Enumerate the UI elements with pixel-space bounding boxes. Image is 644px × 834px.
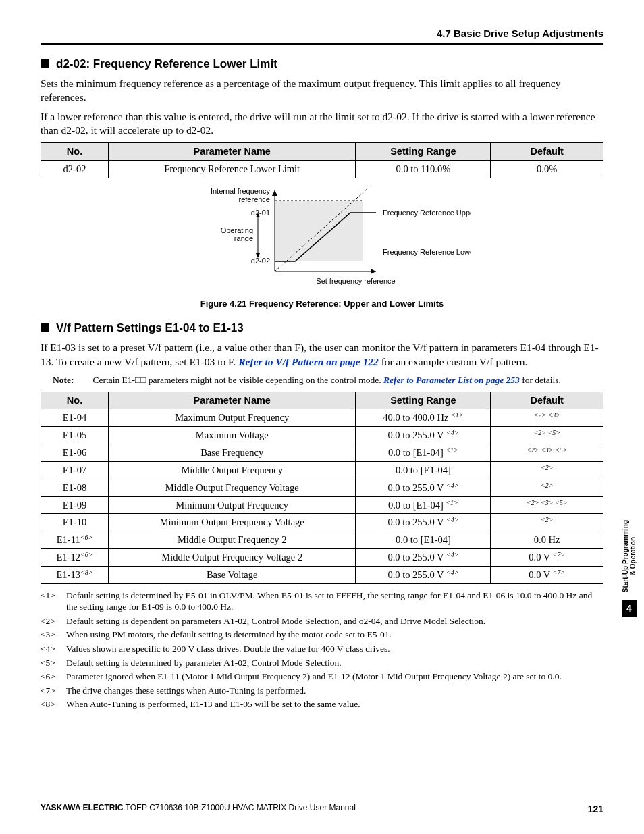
cell-def: 0.0% <box>491 161 603 178</box>
svg-text:Set frequency reference: Set frequency reference <box>316 277 395 285</box>
cell-no: d2-02 <box>41 161 109 178</box>
table-d2-02: No. Parameter Name Setting Range Default… <box>41 142 603 178</box>
cell-name: Frequency Reference Lower Limit <box>108 161 356 178</box>
fn-1: Default setting is determined by E5-01 i… <box>66 590 603 613</box>
table-row: E1-05Maximum Voltage0.0 to 255.0 V <4> <… <box>41 427 603 444</box>
side-tab-number: 4 <box>622 600 637 617</box>
table-row: E1-10Minimum Output Frequency Voltage0.0… <box>41 514 603 531</box>
table-row: E1-07Middle Output Frequency0.0 to [E1-0… <box>41 461 603 479</box>
table-row: E1-04Maximum Output Frequency40.0 to 400… <box>41 409 603 427</box>
th-no: No. <box>41 143 109 161</box>
footnotes: <1>Default setting is determined by E5-0… <box>41 590 603 710</box>
d2-02-desc-1: Sets the minimum frequency reference as … <box>41 77 603 105</box>
bullet-icon <box>41 323 49 332</box>
table-row: E1-06Base Frequency0.0 to [E1-04] <1> <2… <box>41 444 603 462</box>
fn-6: Parameter ignored when E1-11 (Motor 1 Mi… <box>66 671 562 683</box>
table-row: E1-11<6>Middle Output Frequency 20.0 to … <box>41 531 603 549</box>
figure-4-21: Internal frequency reference d2-01 Opera… <box>173 184 471 292</box>
fn-5: Default setting is determined by paramet… <box>66 657 342 669</box>
figure-caption: Figure 4.21 Frequency Reference: Upper a… <box>41 298 603 310</box>
fig-ylabel: Internal frequency <box>211 187 271 195</box>
table-e1: No. Parameter Name Setting Range Default… <box>41 392 603 584</box>
d2-02-desc-2: If a lower reference than this value is … <box>41 110 603 138</box>
table-row: E1-12<6>Middle Output Frequency Voltage … <box>41 549 603 567</box>
svg-text:range: range <box>234 234 253 242</box>
svg-text:reference: reference <box>239 195 270 203</box>
page-number: 121 <box>588 803 603 815</box>
svg-text:d2-02: d2-02 <box>251 257 270 265</box>
fn-7: The drive changes these settings when Au… <box>66 685 306 697</box>
fn-8: When Auto-Tuning is performed, E1-13 and… <box>66 698 360 710</box>
footer: YASKAWA ELECTRIC TOEP C710636 10B Z1000U… <box>41 803 603 815</box>
table-row: E1-09Minimum Output Frequency0.0 to [E1-… <box>41 496 603 514</box>
bullet-icon <box>41 59 49 68</box>
th-name: Parameter Name <box>108 392 356 409</box>
th-range: Setting Range <box>356 392 491 409</box>
page-header: 4.7 Basic Drive Setup Adjustments <box>41 27 603 45</box>
section-d2-02-heading: d2-02: Frequency Reference Lower Limit <box>41 57 603 72</box>
svg-text:Operating: Operating <box>221 226 253 234</box>
table-row: d2-02 Frequency Reference Lower Limit 0.… <box>41 161 603 178</box>
note: Note:Certain E1-□□ parameters might not … <box>53 374 603 386</box>
fn-4: Values shown are specific to 200 V class… <box>66 643 390 655</box>
svg-text:Frequency Reference Upper Limi: Frequency Reference Upper Limit <box>383 209 471 217</box>
vf-desc: If E1-03 is set to a preset V/f pattern … <box>41 341 603 369</box>
footer-left: YASKAWA ELECTRIC TOEP C710636 10B Z1000U… <box>41 803 356 815</box>
table-row: E1-13<8>Base Voltage0.0 to 255.0 V <4>0.… <box>41 566 603 583</box>
link-vf-pattern[interactable]: Refer to V/f Pattern on page 122 <box>238 356 379 367</box>
svg-marker-0 <box>275 201 363 261</box>
th-def: Default <box>491 143 603 161</box>
th-def: Default <box>491 392 603 409</box>
section-d2-02-title: d2-02: Frequency Reference Lower Limit <box>56 57 277 70</box>
svg-text:Frequency Reference Lower Limi: Frequency Reference Lower Limit <box>383 248 471 256</box>
fn-2: Default setting is dependent on paramete… <box>66 615 485 627</box>
section-vf-title: V/f Pattern Settings E1-04 to E1-13 <box>56 321 244 334</box>
note-label: Note: <box>53 375 74 385</box>
svg-text:d2-01: d2-01 <box>251 209 270 217</box>
side-tab: Start-Up Programming& Operation 4 <box>621 520 637 617</box>
th-name: Parameter Name <box>108 143 356 161</box>
link-param-list[interactable]: Refer to Parameter List on page 253 <box>383 375 520 385</box>
cell-range: 0.0 to 110.0% <box>356 161 491 178</box>
th-range: Setting Range <box>356 143 491 161</box>
svg-marker-2 <box>371 269 376 274</box>
svg-marker-4 <box>272 190 277 196</box>
table-row: E1-08Middle Output Frequency Voltage0.0 … <box>41 479 603 496</box>
section-vf-heading: V/f Pattern Settings E1-04 to E1-13 <box>41 321 603 336</box>
th-no: No. <box>41 392 109 409</box>
fn-3: When using PM motors, the default settin… <box>66 629 392 641</box>
side-tab-label: Start-Up Programming& Operation <box>622 520 637 592</box>
